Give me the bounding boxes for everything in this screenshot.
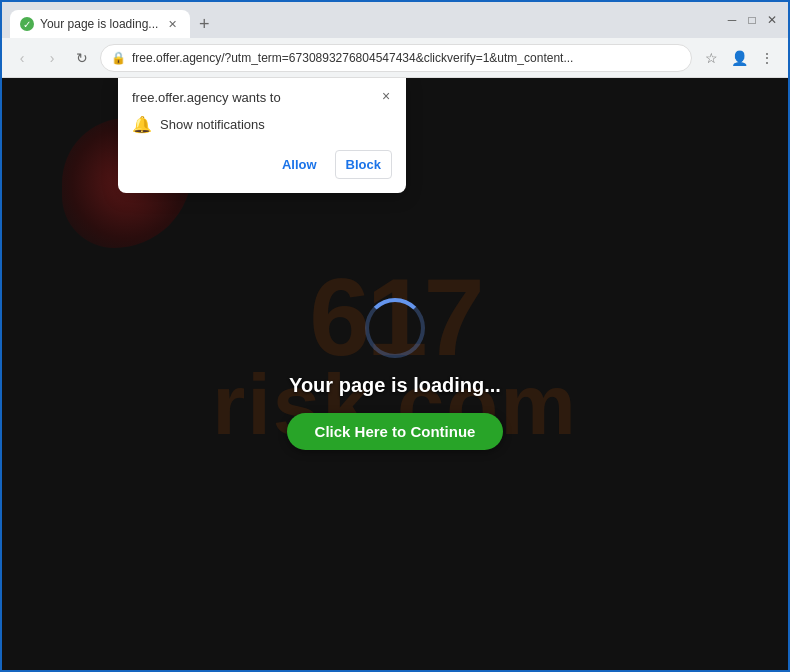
window-controls: ─ □ ✕ xyxy=(724,12,780,28)
profile-button[interactable]: 👤 xyxy=(726,45,752,71)
menu-button[interactable]: ⋮ xyxy=(754,45,780,71)
address-actions: ☆ 👤 ⋮ xyxy=(698,45,780,71)
tab-title: Your page is loading... xyxy=(40,17,158,31)
close-button[interactable]: ✕ xyxy=(764,12,780,28)
popup-permission: 🔔 Show notifications xyxy=(132,115,392,134)
address-bar: ‹ › ↻ 🔒 free.offer.agency/?utm_term=6730… xyxy=(2,38,788,78)
tab-favicon: ✓ xyxy=(20,17,34,31)
block-button[interactable]: Block xyxy=(335,150,392,179)
title-bar: ✓ Your page is loading... ✕ + ─ □ ✕ xyxy=(2,2,788,38)
popup-buttons: Allow Block xyxy=(132,150,392,179)
bell-icon: 🔔 xyxy=(132,115,152,134)
tab-bar: ✓ Your page is loading... ✕ + xyxy=(10,2,712,38)
browser-window: ✓ Your page is loading... ✕ + ─ □ ✕ ‹ › … xyxy=(0,0,790,672)
page-content: 617 risk.com Your page is loading... Cli… xyxy=(2,78,788,670)
loading-content: Your page is loading... Click Here to Co… xyxy=(287,298,504,450)
new-tab-button[interactable]: + xyxy=(190,10,218,38)
bookmark-button[interactable]: ☆ xyxy=(698,45,724,71)
allow-button[interactable]: Allow xyxy=(272,150,327,179)
loading-spinner xyxy=(365,298,425,358)
permission-text: Show notifications xyxy=(160,117,265,132)
notification-popup: × free.offer.agency wants to 🔔 Show noti… xyxy=(118,78,406,193)
reload-button[interactable]: ↻ xyxy=(70,46,94,70)
forward-button[interactable]: › xyxy=(40,46,64,70)
minimize-button[interactable]: ─ xyxy=(724,12,740,28)
back-button[interactable]: ‹ xyxy=(10,46,34,70)
popup-title: free.offer.agency wants to xyxy=(132,90,392,105)
url-bar[interactable]: 🔒 free.offer.agency/?utm_term=6730893276… xyxy=(100,44,692,72)
maximize-button[interactable]: □ xyxy=(744,12,760,28)
continue-button[interactable]: Click Here to Continue xyxy=(287,413,504,450)
active-tab[interactable]: ✓ Your page is loading... ✕ xyxy=(10,10,190,38)
loading-text: Your page is loading... xyxy=(289,374,501,397)
popup-close-button[interactable]: × xyxy=(376,86,396,106)
tab-close-button[interactable]: ✕ xyxy=(164,16,180,32)
lock-icon: 🔒 xyxy=(111,51,126,65)
url-text: free.offer.agency/?utm_term=673089327680… xyxy=(132,51,573,65)
